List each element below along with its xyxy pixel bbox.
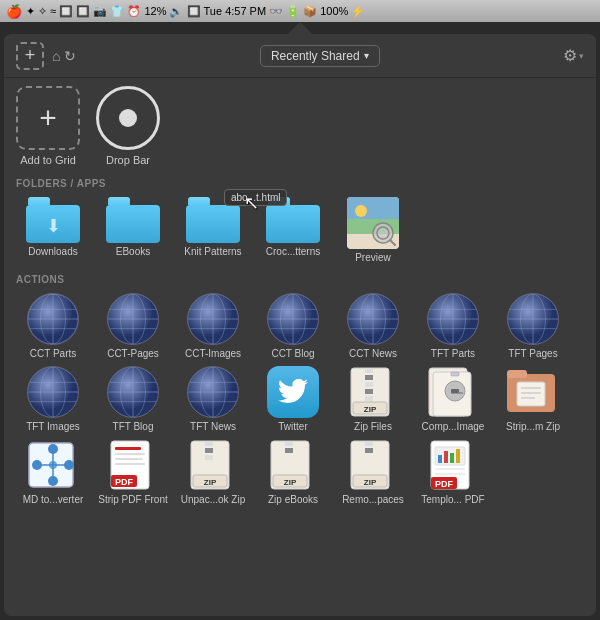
comp-image-item[interactable]: Comp...Image bbox=[416, 366, 490, 433]
svg-rect-71 bbox=[365, 382, 373, 387]
folder-body bbox=[106, 205, 160, 243]
downloads-folder-item[interactable]: ⬇ Downloads bbox=[16, 197, 90, 264]
cct-blog-icon bbox=[267, 293, 319, 345]
menu-icons: ✦ ✧ ≈ 🔲 🔲 📷 👕 ⏰ 12% 🔊 🔲 Tue 4:57 PM 👓 🔋 … bbox=[26, 5, 365, 18]
add-button[interactable]: + bbox=[16, 42, 44, 70]
svg-rect-81 bbox=[451, 372, 459, 376]
nav-icons: ⌂ ↻ bbox=[52, 48, 76, 64]
ebooks-label: EBooks bbox=[116, 246, 150, 258]
cct-parts-item[interactable]: CCT Parts bbox=[16, 293, 90, 360]
folder-tab bbox=[108, 197, 130, 205]
tft-blog-label: TFT Blog bbox=[113, 421, 154, 433]
cct-pages-item[interactable]: CCT-Pages bbox=[96, 293, 170, 360]
zip-ebooks-item[interactable]: ZIP Zip eBooks bbox=[256, 439, 330, 506]
tft-news-icon bbox=[187, 366, 239, 418]
recently-shared-dropdown[interactable]: Recently Shared bbox=[260, 45, 380, 67]
header-left: + ⌂ ↻ bbox=[16, 42, 76, 70]
tft-pages-icon bbox=[507, 293, 559, 345]
svg-rect-123 bbox=[438, 455, 442, 463]
knit-patterns-folder-icon bbox=[186, 197, 240, 243]
crochet-patterns-folder-icon bbox=[266, 197, 320, 243]
tft-pages-item[interactable]: TFT Pages bbox=[496, 293, 570, 360]
twitter-item[interactable]: Twitter bbox=[256, 366, 330, 433]
add-to-grid-item[interactable]: + Add to Grid bbox=[16, 86, 80, 166]
svg-rect-112 bbox=[285, 441, 293, 446]
tft-images-item[interactable]: TFT Images bbox=[16, 366, 90, 433]
md-converter-label: MD to...verter bbox=[23, 494, 84, 506]
svg-rect-128 bbox=[435, 473, 465, 475]
folder-tab bbox=[188, 197, 210, 205]
home-icon[interactable]: ⌂ bbox=[52, 48, 60, 64]
cct-parts-label: CCT Parts bbox=[30, 348, 77, 360]
ebooks-folder-item[interactable]: EBooks bbox=[96, 197, 170, 264]
actions-section-label: ACTIONS bbox=[16, 274, 584, 285]
folders-grid: ⬇ Downloads EBooks Knit Patterns bbox=[16, 197, 584, 264]
gear-icon: ⚙ bbox=[563, 46, 577, 65]
actions-grid: CCT Parts CCT-Pages bbox=[16, 293, 584, 506]
svg-rect-99 bbox=[115, 447, 141, 450]
svg-text:ZIP: ZIP bbox=[284, 478, 297, 487]
md-converter-item[interactable]: MD to...verter bbox=[16, 439, 90, 506]
download-arrow-icon: ⬇ bbox=[46, 215, 61, 237]
tft-news-label: TFT News bbox=[190, 421, 236, 433]
drop-bar-label: Drop Bar bbox=[106, 154, 150, 166]
svg-rect-102 bbox=[115, 463, 145, 465]
unpack-zip-item[interactable]: ZIP Unpac...ok Zip bbox=[176, 439, 250, 506]
folder-body bbox=[266, 205, 320, 243]
strip-pdf-front-label: Strip PDF Front bbox=[98, 494, 167, 506]
strip-pdf-front-item[interactable]: PDF Strip PDF Front bbox=[96, 439, 170, 506]
svg-text:PDF: PDF bbox=[435, 479, 454, 489]
drop-bar-inner bbox=[119, 109, 137, 127]
svg-rect-101 bbox=[115, 458, 143, 460]
strip-zip-item[interactable]: Strip...m Zip bbox=[496, 366, 570, 433]
cct-images-item[interactable]: CCT-Images bbox=[176, 293, 250, 360]
svg-rect-83 bbox=[507, 370, 527, 378]
knit-patterns-folder-item[interactable]: Knit Patterns bbox=[176, 197, 250, 264]
drop-bar-item[interactable]: Drop Bar bbox=[96, 86, 160, 166]
downloads-label: Downloads bbox=[28, 246, 77, 258]
remove-spaces-item[interactable]: ZIP Remo...paces bbox=[336, 439, 410, 506]
zip-files-item[interactable]: ZIP Zip Files bbox=[336, 366, 410, 433]
tft-parts-item[interactable]: TFT Parts bbox=[416, 293, 490, 360]
svg-rect-106 bbox=[205, 441, 213, 446]
dropdown-label: Recently Shared bbox=[271, 49, 360, 63]
comp-image-label: Comp...Image bbox=[422, 421, 485, 433]
svg-rect-124 bbox=[444, 451, 448, 463]
cct-pages-label: CCT-Pages bbox=[107, 348, 159, 360]
preview-app-item[interactable]: Preview bbox=[336, 197, 410, 264]
add-to-grid-icon: + bbox=[16, 86, 80, 150]
knit-patterns-label: Knit Patterns bbox=[184, 246, 241, 258]
cct-pages-icon bbox=[107, 293, 159, 345]
add-to-grid-label: Add to Grid bbox=[20, 154, 76, 166]
svg-rect-79 bbox=[451, 389, 459, 393]
tft-images-icon bbox=[27, 366, 79, 418]
panel-triangle bbox=[288, 22, 312, 34]
md-converter-icon bbox=[27, 439, 79, 491]
preview-label: Preview bbox=[355, 252, 391, 264]
crochet-patterns-folder-item[interactable]: Croc...tterns bbox=[256, 197, 330, 264]
settings-button[interactable]: ⚙ ▾ bbox=[563, 46, 584, 65]
cct-news-item[interactable]: CCT News bbox=[336, 293, 410, 360]
tft-parts-label: TFT Parts bbox=[431, 348, 475, 360]
remove-spaces-icon: ZIP bbox=[347, 439, 399, 491]
cct-blog-item[interactable]: CCT Blog bbox=[256, 293, 330, 360]
tft-blog-item[interactable]: TFT Blog bbox=[96, 366, 170, 433]
refresh-icon[interactable]: ↻ bbox=[64, 48, 76, 64]
tft-blog-icon bbox=[107, 366, 159, 418]
template-pdf-item[interactable]: PDF Templo... PDF bbox=[416, 439, 490, 506]
svg-rect-100 bbox=[115, 453, 145, 455]
svg-point-3 bbox=[355, 205, 367, 217]
template-pdf-icon: PDF bbox=[427, 439, 479, 491]
cct-blog-label: CCT Blog bbox=[271, 348, 314, 360]
tft-news-item[interactable]: TFT News bbox=[176, 366, 250, 433]
svg-rect-117 bbox=[365, 441, 373, 446]
twitter-label: Twitter bbox=[278, 421, 307, 433]
svg-rect-118 bbox=[365, 448, 373, 453]
folder-body bbox=[186, 205, 240, 243]
zip-files-label: Zip Files bbox=[354, 421, 392, 433]
gear-arrow: ▾ bbox=[579, 51, 584, 61]
svg-text:PDF: PDF bbox=[115, 477, 134, 487]
remove-spaces-label: Remo...paces bbox=[342, 494, 404, 506]
apple-icon: 🍎 bbox=[6, 4, 22, 19]
svg-text:ZIP: ZIP bbox=[204, 478, 217, 487]
